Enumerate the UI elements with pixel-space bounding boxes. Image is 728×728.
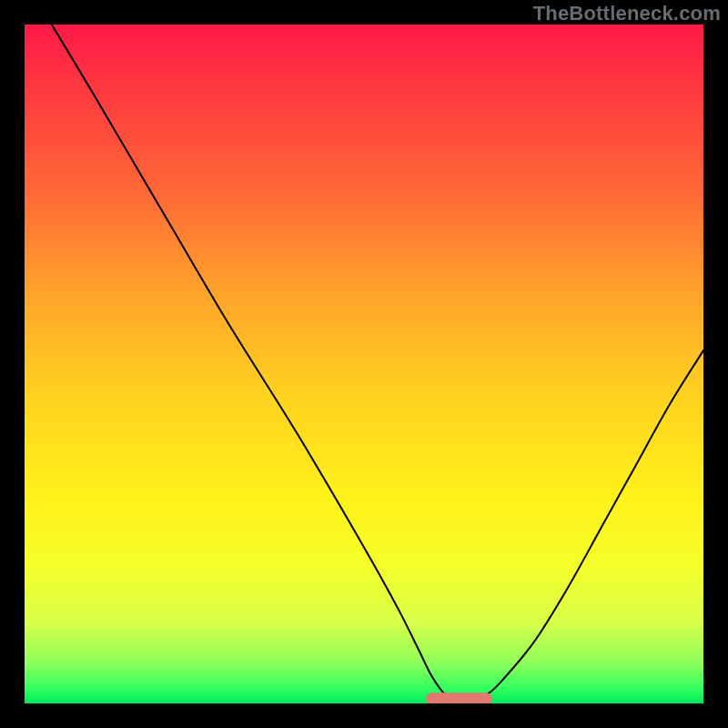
chart-svg bbox=[25, 25, 703, 703]
bottleneck-curve-path bbox=[52, 25, 703, 699]
chart-container: TheBottleneck.com bbox=[0, 0, 728, 728]
watermark-text: TheBottleneck.com bbox=[533, 2, 721, 25]
